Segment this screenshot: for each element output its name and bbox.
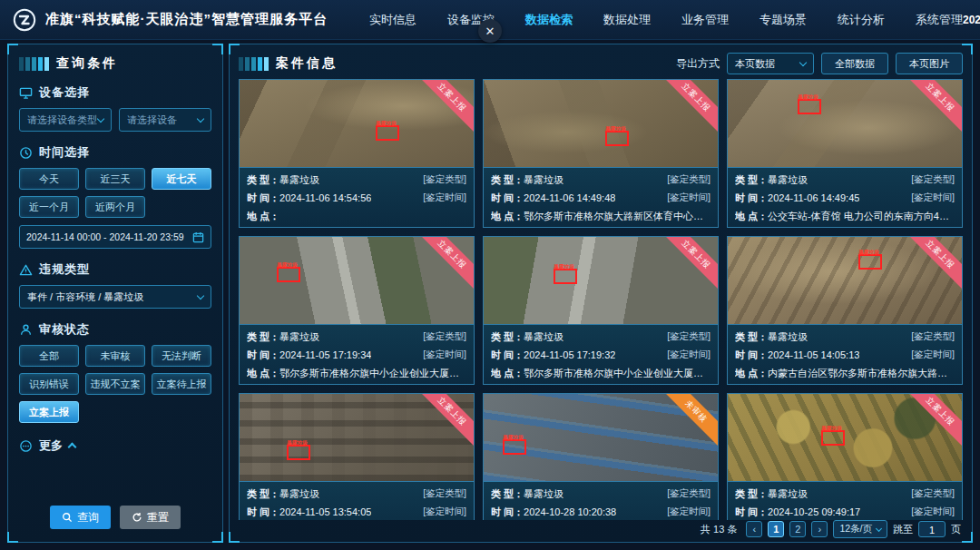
chevron-down-icon xyxy=(97,114,104,122)
violation-type-select[interactable]: 事件 / 市容环境 / 暴露垃圾 xyxy=(19,285,211,309)
detection-box: 暴露垃圾 xyxy=(277,267,300,282)
time-filter-today[interactable]: 今天 xyxy=(19,168,79,190)
detection-box: 暴露垃圾 xyxy=(798,99,821,114)
detection-box: 暴露垃圾 xyxy=(287,445,310,460)
detection-box: 暴露垃圾 xyxy=(376,125,399,141)
close-overlay-button[interactable]: ✕ xyxy=(478,19,502,43)
time-filter-7days[interactable]: 近七天 xyxy=(152,168,211,190)
case-meta: 类 型：暴露垃圾[鉴定类型] 时 间：2024-11-05 17:19:34[鉴… xyxy=(240,324,474,384)
page-suffix: 页 xyxy=(951,523,961,536)
jump-page-input[interactable]: 1 xyxy=(918,521,946,537)
case-info-title: 案件信息 xyxy=(276,55,338,72)
nav-item-scenes[interactable]: 专题场景 xyxy=(760,12,807,28)
time-filter-1month[interactable]: 近一个月 xyxy=(19,196,79,218)
nav-item-data-process[interactable]: 数据处理 xyxy=(603,12,651,28)
detection-box: 暴露垃圾 xyxy=(858,254,882,270)
case-card[interactable]: 暴露垃圾 未审核 类 型：暴露垃圾[鉴定类型] 时 间：2024-10-28 1… xyxy=(483,393,719,520)
case-card[interactable]: 暴露垃圾 立案上报 类 型：暴露垃圾[鉴定类型] 时 间：2024-11-06 … xyxy=(483,79,719,228)
more-label: 更多 xyxy=(39,437,63,454)
next-page-button[interactable]: › xyxy=(811,521,828,537)
nav-item-statistics[interactable]: 统计分析 xyxy=(838,12,885,28)
case-card[interactable]: 暴露垃圾 立案上报 类 型：暴露垃圾[鉴定类型] 时 间：2024-11-05 … xyxy=(239,393,475,520)
time-section-label: 时间选择 xyxy=(39,144,90,161)
nav-item-business[interactable]: 业务管理 xyxy=(681,12,729,28)
export-all-data-button[interactable]: 全部数据 xyxy=(821,53,888,74)
header-datetime: 2024-11-20 08:37:53 xyxy=(963,14,980,26)
bars-icon xyxy=(239,57,269,71)
clock-icon xyxy=(19,146,33,160)
nav-item-realtime[interactable]: 实时信息 xyxy=(369,12,416,28)
nav-item-system[interactable]: 系统管理 xyxy=(916,12,963,28)
page-button-1[interactable]: 1 xyxy=(768,521,784,537)
jump-label: 跳至 xyxy=(893,523,913,536)
time-filter-3days[interactable]: 近三天 xyxy=(85,168,145,190)
page-size-select[interactable]: 12条/页 xyxy=(833,520,887,538)
device-select[interactable]: 请选择设备 xyxy=(119,108,211,132)
case-card[interactable]: 暴露垃圾 立案上报 类 型：暴露垃圾[鉴定类型] 时 间：2024-11-06 … xyxy=(727,79,963,228)
case-card[interactable]: 暴露垃圾 立案上报 类 型：暴露垃圾[鉴定类型] 时 间：2024-11-05 … xyxy=(483,236,719,385)
case-photo[interactable]: 暴露垃圾 立案上报 xyxy=(728,80,962,167)
case-card[interactable]: 暴露垃圾 立案上报 类 型：暴露垃圾[鉴定类型] 时 间：2024-11-06 … xyxy=(239,79,475,228)
corner-accent xyxy=(962,532,973,543)
corner-accent xyxy=(229,44,240,54)
device-section-label: 设备选择 xyxy=(39,84,90,101)
audit-filter-case-reported[interactable]: 立案上报 xyxy=(19,401,79,423)
detection-box: 暴露垃圾 xyxy=(554,269,577,284)
case-photo[interactable]: 暴露垃圾 立案上报 xyxy=(484,237,718,324)
audit-section-label: 审核状态 xyxy=(39,321,90,338)
corner-accent xyxy=(7,532,18,543)
audit-filter-all[interactable]: 全部 xyxy=(19,345,79,367)
case-meta: 类 型：暴露垃圾[鉴定类型] 时 间：2024-11-05 17:19:32[鉴… xyxy=(484,324,718,384)
case-photo[interactable]: 暴露垃圾 立案上报 xyxy=(728,394,962,481)
sidebar-title: 查询条件 xyxy=(56,55,118,72)
date-range-input[interactable]: 2024-11-14 00:00 - 2024-11-20 23:59 xyxy=(19,225,211,249)
status-ribbon: 立案上报 xyxy=(657,237,718,294)
audit-filter-recognition-error[interactable]: 识别错误 xyxy=(19,373,79,395)
detection-box: 暴露垃圾 xyxy=(821,430,845,446)
chevron-up-icon xyxy=(68,443,77,452)
corner-accent xyxy=(962,44,973,54)
audit-filter-unreviewed[interactable]: 未审核 xyxy=(85,345,145,367)
case-photo[interactable]: 暴露垃圾 立案上报 xyxy=(240,80,474,167)
violation-section-label: 违规类型 xyxy=(39,261,90,278)
device-type-select[interactable]: 请选择设备类型 xyxy=(19,108,112,132)
case-card[interactable]: 暴露垃圾 立案上报 类 型：暴露垃圾[鉴定类型] 时 间：2024-11-05 … xyxy=(239,236,475,385)
export-method-select[interactable]: 本页数据 xyxy=(727,53,814,74)
audit-filter-no-case[interactable]: 违规不立案 xyxy=(85,373,145,395)
corner-accent xyxy=(212,44,223,54)
case-card[interactable]: 暴露垃圾 立案上报 类 型：暴露垃圾[鉴定类型] 时 间：2024-11-05 … xyxy=(727,236,963,385)
case-meta: 类 型：暴露垃圾[鉴定类型] 时 间：2024-11-06 14:54:56[鉴… xyxy=(240,167,474,227)
status-ribbon: 立案上报 xyxy=(413,80,474,137)
chevron-down-icon xyxy=(197,114,204,122)
detection-box: 暴露垃圾 xyxy=(605,131,629,146)
audit-filter-undeterminable[interactable]: 无法判断 xyxy=(152,345,211,367)
reset-button[interactable]: 重置 xyxy=(120,506,181,529)
case-meta: 类 型：暴露垃圾[鉴定类型] 时 间：2024-11-05 13:54:05[鉴… xyxy=(240,481,474,520)
warning-triangle-icon xyxy=(19,263,33,277)
status-ribbon: 立案上报 xyxy=(901,237,962,294)
status-ribbon: 立案上报 xyxy=(657,80,718,137)
prev-page-button[interactable]: ‹ xyxy=(746,521,762,537)
audit-filter-pending-report[interactable]: 立案待上报 xyxy=(152,373,211,395)
case-photo[interactable]: 暴露垃圾 立案上报 xyxy=(484,80,718,167)
case-card-grid: 暴露垃圾 立案上报 类 型：暴露垃圾[鉴定类型] 时 间：2024-11-06 … xyxy=(239,79,963,520)
case-photo[interactable]: 暴露垃圾 立案上报 xyxy=(728,237,962,324)
query-button[interactable]: 查询 xyxy=(50,506,111,529)
platform-title: 准旗“科技赋能·天眼治违”智慧管理服务平台 xyxy=(45,11,328,28)
status-ribbon: 立案上报 xyxy=(413,394,474,451)
more-toggle[interactable]: 更多 xyxy=(19,437,211,454)
status-ribbon: 立案上报 xyxy=(901,80,962,137)
nav-item-data-search[interactable]: 数据检索 xyxy=(525,12,573,28)
export-zone: 导出方式 本页数据 全部数据 本页图片 xyxy=(676,53,963,74)
case-photo[interactable]: 暴露垃圾 立案上报 xyxy=(240,394,474,481)
case-photo[interactable]: 暴露垃圾 未审核 xyxy=(484,394,718,481)
case-meta: 类 型：暴露垃圾[鉴定类型] 时 间：2024-10-25 09:49:17[鉴… xyxy=(728,481,962,520)
page-button-2[interactable]: 2 xyxy=(789,521,806,537)
case-meta: 类 型：暴露垃圾[鉴定类型] 时 间：2024-11-06 14:49:45[鉴… xyxy=(728,167,962,227)
time-filter-2months[interactable]: 近两个月 xyxy=(85,196,145,218)
case-photo[interactable]: 暴露垃圾 立案上报 xyxy=(240,237,474,324)
case-card[interactable]: 暴露垃圾 立案上报 类 型：暴露垃圾[鉴定类型] 时 间：2024-10-25 … xyxy=(727,393,963,520)
corner-accent xyxy=(212,532,223,543)
query-conditions-panel: 查询条件 设备选择 请选择设备类型 请选择设备 xyxy=(7,44,223,543)
export-page-images-button[interactable]: 本页图片 xyxy=(896,53,963,74)
